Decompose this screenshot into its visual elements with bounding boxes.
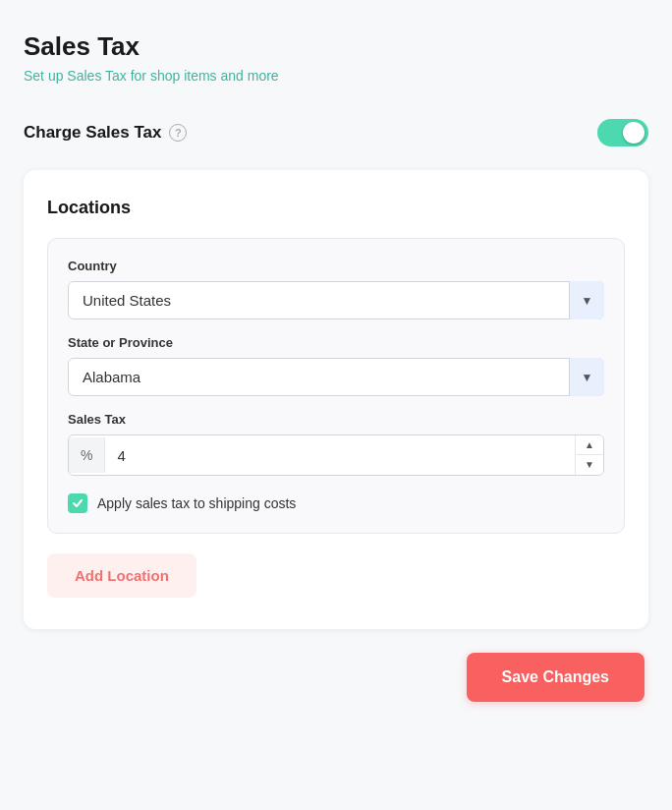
country-select[interactable]: United States Canada United Kingdom Aust… [68, 281, 604, 319]
tax-input-wrapper: % ▲ ▼ [68, 434, 604, 476]
charge-tax-label: Charge Sales Tax ? [24, 123, 187, 143]
page-subtitle: Set up Sales Tax for shop items and more [24, 68, 648, 84]
spinner-down-button[interactable]: ▼ [576, 455, 603, 475]
add-location-button[interactable]: Add Location [47, 553, 196, 598]
footer-row: Save Changes [24, 653, 648, 702]
percent-symbol: % [69, 437, 105, 473]
tax-spinner: ▲ ▼ [575, 435, 603, 475]
sales-tax-field-group: Sales Tax % ▲ ▼ [68, 412, 604, 476]
toggle-track [597, 119, 648, 146]
state-select-wrapper: Alabama Alaska Arizona California Colora… [68, 358, 604, 396]
charge-tax-text: Charge Sales Tax [24, 123, 161, 143]
apply-shipping-row: Apply sales tax to shipping costs [68, 493, 604, 513]
page-title: Sales Tax [24, 31, 648, 62]
locations-card: Locations Country United States Canada U… [24, 170, 648, 629]
country-field-group: Country United States Canada United King… [68, 259, 604, 319]
state-field-group: State or Province Alabama Alaska Arizona… [68, 335, 604, 396]
tax-value-input[interactable] [105, 437, 575, 474]
country-label: Country [68, 259, 604, 273]
sales-tax-label: Sales Tax [68, 412, 604, 427]
spinner-up-button[interactable]: ▲ [576, 435, 603, 455]
location-form: Country United States Canada United King… [47, 238, 625, 534]
charge-tax-toggle[interactable] [597, 119, 648, 146]
apply-shipping-label: Apply sales tax to shipping costs [97, 495, 296, 511]
checkmark-icon [72, 497, 84, 509]
locations-title: Locations [47, 198, 625, 218]
country-select-wrapper: United States Canada United Kingdom Aust… [68, 281, 604, 319]
help-icon[interactable]: ? [169, 124, 187, 142]
state-label: State or Province [68, 335, 604, 350]
save-changes-button[interactable]: Save Changes [467, 653, 644, 702]
charge-tax-row: Charge Sales Tax ? [24, 119, 648, 146]
state-select[interactable]: Alabama Alaska Arizona California Colora… [68, 358, 604, 396]
apply-shipping-checkbox[interactable] [68, 493, 87, 513]
toggle-thumb [623, 122, 644, 144]
